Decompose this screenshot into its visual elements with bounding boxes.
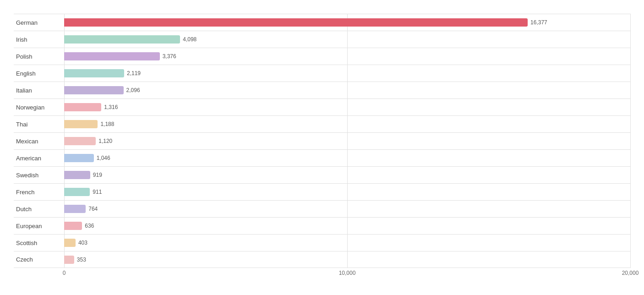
chart-area: German16,377Irish4,098Polish3,376English… [14,14,630,279]
bar [64,86,124,94]
bar [64,171,90,179]
bar [64,18,528,27]
bar-container: 2,119 [64,68,630,78]
bar-label: Scottish [14,240,64,246]
bar-value: 353 [77,257,86,263]
bar-container: 3,376 [64,51,630,61]
bar-container: 16,377 [64,17,630,27]
bar-label: Dutch [14,206,64,213]
bar-value: 4,098 [183,36,196,43]
bar [64,188,90,196]
bars-container: German16,377Irish4,098Polish3,376English… [14,14,630,268]
x-axis-labels: 010,00020,000 [64,270,630,279]
table-row: Dutch764 [14,200,630,217]
table-row: European636 [14,217,630,234]
bar-container: 636 [64,221,630,231]
table-row: German16,377 [14,14,630,31]
bar-label: German [14,19,64,26]
bar [64,137,96,145]
bar-container: 353 [64,255,630,265]
bar-label: European [14,223,64,229]
bar [64,52,160,60]
table-row: American1,046 [14,149,630,166]
bar-container: 764 [64,204,630,214]
bar-container: 4,098 [64,34,630,44]
bar-container: 1,120 [64,136,630,146]
bar-value: 1,316 [104,104,118,110]
bar-label: Czech [14,256,64,263]
table-row: Italian2,096 [14,82,630,98]
x-axis: 010,00020,000 [14,270,630,279]
bar [64,69,124,77]
table-row: French911 [14,183,630,200]
table-row: Scottish403 [14,234,630,251]
bar-label: Norwegian [14,104,64,111]
bar-label: Italian [14,87,64,94]
bar-container: 1,188 [64,119,630,129]
bar-container: 403 [64,238,630,248]
bar-label: Swedish [14,172,64,179]
bar-value: 2,119 [127,70,141,76]
bar-label: Polish [14,53,64,60]
bar-label: Mexican [14,138,64,145]
table-row: Swedish919 [14,166,630,183]
bar-value: 403 [78,240,87,246]
bar-container: 911 [64,187,630,197]
table-row: Norwegian1,316 [14,98,630,115]
bar-value: 1,046 [97,155,110,161]
table-row: English2,119 [14,65,630,82]
table-row: Irish4,098 [14,31,630,48]
table-row: Mexican1,120 [14,132,630,149]
bar [64,35,180,44]
grid-line [630,14,631,268]
bar-value: 911 [93,189,102,195]
bar [64,256,74,264]
bar [64,103,101,111]
x-axis-label: 10,000 [339,270,356,276]
bar [64,154,94,162]
bar-value: 919 [93,172,102,178]
bar-label: Thai [14,121,64,128]
bar-container: 1,316 [64,102,630,112]
bar-value: 3,376 [163,53,176,60]
bar [64,239,76,247]
table-row: Czech353 [14,251,630,268]
bar-value: 2,096 [126,87,140,93]
bar-container: 2,096 [64,85,630,95]
bar [64,205,86,213]
table-row: Thai1,188 [14,115,630,132]
bar-container: 1,046 [64,153,630,163]
bar-value: 16,377 [530,19,547,26]
x-axis-label: 0 [63,270,66,276]
bar [64,222,82,230]
bar-label: French [14,189,64,196]
bar-label: English [14,70,64,77]
bar-value: 636 [85,223,94,229]
bar-value: 1,188 [100,121,114,127]
bar-label: Irish [14,36,64,43]
bar-label: American [14,155,64,162]
bar-value: 1,120 [98,138,112,144]
bar [64,120,98,128]
x-axis-label: 20,000 [622,270,639,276]
bar-value: 764 [88,206,98,212]
table-row: Polish3,376 [14,48,630,65]
bar-container: 919 [64,170,630,180]
